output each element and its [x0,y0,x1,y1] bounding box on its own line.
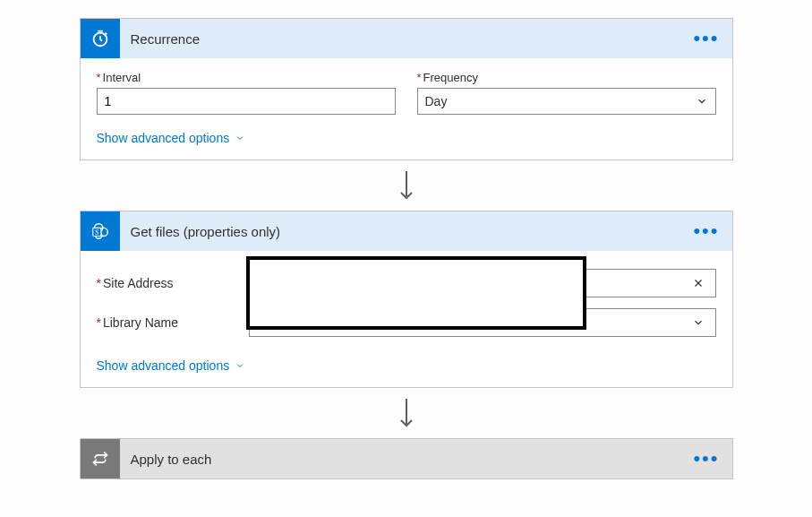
recurrence-card: Recurrence ••• Interval Frequency Day [80,18,733,160]
frequency-select[interactable]: Day [417,88,716,115]
close-icon[interactable] [692,277,705,289]
apply-to-each-card: Apply to each ••• [80,438,733,479]
recurrence-show-advanced[interactable]: Show advanced options [97,131,246,145]
recurrence-menu-button[interactable]: ••• [693,19,719,58]
recurrence-header[interactable]: Recurrence ••• [81,19,732,58]
get-files-title: Get files (properties only) [120,224,281,239]
flow-arrow [0,160,812,211]
interval-input[interactable] [97,88,396,115]
library-name-select[interactable] [249,308,716,337]
get-files-show-advanced[interactable]: Show advanced options [97,358,246,373]
apply-to-each-menu-button[interactable]: ••• [693,439,719,478]
site-address-label: Site Address [97,276,249,290]
frequency-label: Frequency [417,71,716,84]
chevron-down-icon [696,95,708,108]
clock-icon [81,19,120,58]
chevron-down-icon [692,316,705,329]
get-files-menu-button[interactable]: ••• [693,211,719,251]
chevron-down-icon [235,133,245,143]
apply-to-each-header[interactable]: Apply to each ••• [81,439,732,478]
flow-arrow [0,388,812,438]
svg-text:S: S [95,228,98,237]
site-address-input[interactable] [249,269,716,297]
recurrence-title: Recurrence [120,31,201,47]
get-files-card: S Get files (properties only) ••• Site A… [80,211,733,388]
interval-label: Interval [97,71,396,84]
frequency-value: Day [425,94,448,108]
apply-to-each-title: Apply to each [120,452,212,467]
library-name-label: Library Name [97,315,249,330]
sharepoint-icon: S [81,211,120,251]
chevron-down-icon [235,360,245,371]
get-files-header[interactable]: S Get files (properties only) ••• [81,211,732,251]
loop-icon [81,439,120,478]
